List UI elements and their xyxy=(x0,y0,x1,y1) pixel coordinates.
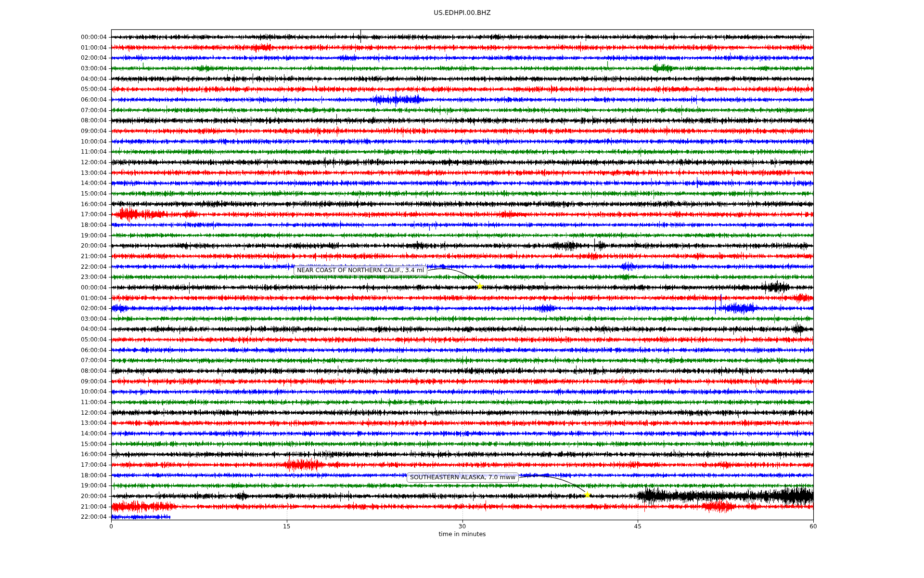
helicorder-plot-canvas xyxy=(0,0,924,578)
y-tick-label: 01:00:04 xyxy=(81,44,107,51)
y-tick-label: 02:00:04 xyxy=(81,54,107,61)
y-tick-label: 17:00:04 xyxy=(81,461,107,468)
plot-title: US.EDHPI.00.BHZ xyxy=(111,9,813,16)
y-tick-label: 22:00:04 xyxy=(81,513,107,520)
event-star-icon: ★ xyxy=(474,281,486,291)
y-tick-label: 05:00:04 xyxy=(81,336,107,343)
y-tick-label: 15:00:04 xyxy=(81,190,107,197)
y-tick-label: 06:00:04 xyxy=(81,347,107,354)
y-tick-label: 15:00:04 xyxy=(81,441,107,447)
y-tick-label: 23:00:04 xyxy=(81,274,107,280)
y-tick-label: 14:00:04 xyxy=(81,430,107,437)
y-tick-label: 03:00:04 xyxy=(81,65,107,72)
y-tick-label: 02:00:04 xyxy=(81,305,107,312)
y-tick-label: 18:00:04 xyxy=(81,222,107,228)
x-axis-label: time in minutes xyxy=(111,530,813,538)
y-tick-label: 14:00:04 xyxy=(81,180,107,186)
y-tick-label: 06:00:04 xyxy=(81,96,107,103)
y-tick-label: 16:00:04 xyxy=(81,201,107,208)
x-tick-label: 30 xyxy=(452,523,473,530)
y-tick-label: 17:00:04 xyxy=(81,211,107,218)
y-tick-label: 07:00:04 xyxy=(81,357,107,364)
y-tick-label: 07:00:04 xyxy=(81,107,107,114)
figure-window: US.EDHPI.00.BHZ time in minutes 00:00:04… xyxy=(0,0,924,578)
y-tick-label: 08:00:04 xyxy=(81,368,107,374)
y-tick-label: 20:00:04 xyxy=(81,242,107,249)
y-tick-label: 21:00:04 xyxy=(81,253,107,260)
y-tick-label: 20:00:04 xyxy=(81,493,107,499)
event-annotation-1-text: NEAR COAST OF NORTHERN CALIF., 3.4 ml xyxy=(297,266,424,274)
y-tick-label: 10:00:04 xyxy=(81,138,107,145)
x-tick-label: 60 xyxy=(803,523,824,530)
y-tick-label: 19:00:04 xyxy=(81,482,107,489)
y-tick-label: 08:00:04 xyxy=(81,117,107,124)
y-tick-label: 09:00:04 xyxy=(81,128,107,134)
y-tick-label: 12:00:04 xyxy=(81,159,107,166)
y-tick-label: 13:00:04 xyxy=(81,170,107,176)
x-tick-label: 45 xyxy=(627,523,648,530)
y-tick-label: 11:00:04 xyxy=(81,148,107,155)
y-tick-label: 12:00:04 xyxy=(81,409,107,416)
y-tick-label: 03:00:04 xyxy=(81,315,107,322)
x-tick-label: 0 xyxy=(101,523,122,530)
x-tick-label: 15 xyxy=(276,523,297,530)
y-tick-label: 16:00:04 xyxy=(81,451,107,458)
y-tick-label: 09:00:04 xyxy=(81,378,107,385)
y-tick-label: 00:00:04 xyxy=(81,34,107,40)
y-tick-label: 22:00:04 xyxy=(81,263,107,270)
y-tick-label: 13:00:04 xyxy=(81,420,107,426)
event-annotation-2: SOUTHEASTERN ALASKA, 7.0 mww xyxy=(407,473,519,483)
y-tick-label: 21:00:04 xyxy=(81,503,107,510)
y-tick-label: 04:00:04 xyxy=(81,326,107,332)
y-tick-label: 05:00:04 xyxy=(81,86,107,92)
y-tick-label: 00:00:04 xyxy=(81,284,107,291)
event-annotation-2-text: SOUTHEASTERN ALASKA, 7.0 mww xyxy=(410,473,515,481)
y-tick-label: 01:00:04 xyxy=(81,295,107,302)
y-tick-label: 18:00:04 xyxy=(81,472,107,479)
y-tick-label: 19:00:04 xyxy=(81,232,107,239)
event-star-icon: ★ xyxy=(582,490,593,500)
y-tick-label: 11:00:04 xyxy=(81,399,107,406)
event-annotation-1: NEAR COAST OF NORTHERN CALIF., 3.4 ml xyxy=(294,265,427,276)
y-tick-label: 10:00:04 xyxy=(81,388,107,395)
y-tick-label: 04:00:04 xyxy=(81,76,107,82)
